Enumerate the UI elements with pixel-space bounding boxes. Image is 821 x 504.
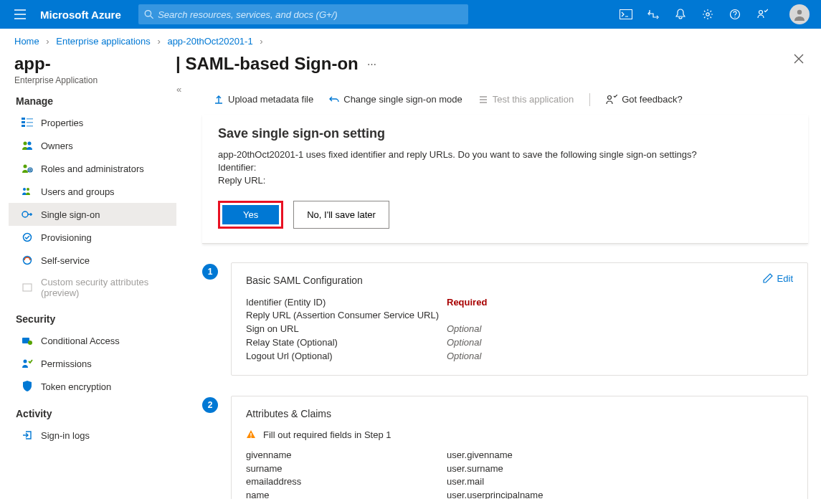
search-input[interactable] (158, 9, 462, 20)
sidebar-item-label: Token encryption (41, 381, 111, 392)
user-avatar[interactable] (789, 4, 810, 24)
sidebar-item-self-service[interactable]: Self-service (9, 249, 176, 272)
sidebar-item-label: Provisioning (41, 232, 92, 243)
feedback-person-icon (606, 95, 617, 105)
sidebar-item-users-groups[interactable]: Users and groups (9, 180, 176, 203)
sidebar-item-label: Properties (41, 118, 83, 128)
sidebar-item-label: Owners (41, 141, 73, 151)
yes-button[interactable]: Yes (222, 205, 279, 224)
sidebar-item-properties[interactable]: Properties (9, 111, 176, 134)
step1-title: Basic SAML Configuration (246, 275, 793, 286)
shield-icon (21, 380, 34, 393)
dialog-text-identifier: Identifier: (218, 161, 792, 174)
main-content: « Upload metadata file Change single sig… (176, 85, 821, 499)
save-later-button[interactable]: No, I'll save later (293, 201, 389, 229)
brand-label[interactable]: Microsoft Azure (40, 9, 121, 21)
svg-rect-12 (27, 122, 33, 123)
svg-rect-23 (23, 284, 32, 291)
svg-line-1 (151, 16, 153, 19)
svg-point-25 (28, 341, 32, 345)
owners-icon (21, 139, 34, 152)
breadcrumb-enterprise-apps[interactable]: Enterprise applications (56, 36, 151, 47)
sidebar-item-signin-logs[interactable]: Sign-in logs (9, 424, 176, 447)
svg-rect-9 (22, 121, 25, 123)
sidebar-item-owners[interactable]: Owners (9, 134, 176, 157)
svg-rect-10 (22, 125, 25, 127)
portal-menu-button[interactable] (6, 9, 34, 19)
attributes-claims-card: Attributes & Claims Fill out required fi… (231, 396, 808, 499)
svg-point-3 (706, 13, 709, 16)
sidebar-item-roles[interactable]: Roles and administrators (9, 157, 176, 180)
upload-metadata-button[interactable]: Upload metadata file (208, 91, 319, 108)
sidebar-item-label: Self-service (41, 255, 90, 266)
sidebar-item-label: Permissions (41, 358, 92, 369)
svg-rect-13 (27, 125, 33, 127)
sidebar-item-label: Roles and administrators (41, 163, 144, 174)
sidebar-item-label: Conditional Access (41, 336, 120, 346)
sidebar-item-label: Sign-in logs (41, 430, 90, 441)
step-badge-2: 2 (202, 397, 218, 413)
sidebar-item-conditional-access[interactable]: Conditional Access (9, 329, 176, 352)
change-mode-button[interactable]: Change single sign-on mode (323, 91, 468, 108)
step-2: 2 Attributes & Claims Fill out required … (202, 396, 808, 499)
yes-button-highlight: Yes (218, 201, 283, 229)
sidebar-item-label: Custom security attributes (preview) (41, 277, 169, 298)
test-icon (478, 95, 488, 105)
toolbar-divider (589, 93, 590, 106)
sidebar-item-sso[interactable]: Single sign-on (9, 203, 176, 226)
more-actions-button[interactable]: ⋯ (367, 59, 376, 70)
provisioning-icon (21, 231, 34, 244)
test-application-button: Test this application (473, 91, 579, 108)
svg-point-7 (797, 10, 802, 14)
sidebar-item-label: Single sign-on (41, 209, 100, 220)
svg-point-27 (608, 95, 612, 99)
cloud-shell-icon[interactable] (619, 7, 633, 22)
settings-icon[interactable] (701, 7, 715, 22)
step2-title: Attributes & Claims (246, 408, 793, 419)
sso-icon (21, 208, 34, 221)
svg-point-18 (23, 188, 26, 191)
save-sso-dialog: Save single sign-on setting app-20thOct2… (202, 115, 808, 244)
warning-icon (246, 429, 256, 439)
sidebar-item-token-encryption[interactable]: Token encryption (9, 375, 176, 398)
svg-rect-8 (22, 118, 25, 120)
feedback-button[interactable]: Got feedback? (600, 91, 688, 108)
page-header: app- Enterprise Application | SAML-based… (0, 51, 821, 85)
svg-rect-29 (250, 437, 251, 437)
conditional-access-icon (21, 334, 34, 347)
properties-icon (21, 116, 34, 129)
svg-point-26 (24, 360, 27, 363)
sidebar-item-label: Users and groups (41, 186, 115, 197)
page-title: | SAML-based Sign-on (176, 54, 359, 74)
chevron-right-icon: › (260, 36, 262, 47)
help-icon[interactable] (728, 7, 742, 22)
collapse-menu-button[interactable]: « (176, 85, 181, 95)
feedback-icon[interactable] (755, 7, 769, 22)
self-service-icon (21, 254, 34, 267)
svg-point-6 (759, 11, 763, 14)
sidebar-section-security: Security (9, 303, 176, 329)
svg-point-15 (28, 142, 32, 146)
sidebar-item-custom-attrs: Custom security attributes (preview) (9, 272, 176, 303)
svg-point-5 (734, 16, 735, 17)
close-blade-button[interactable] (794, 54, 804, 64)
search-box[interactable] (138, 4, 468, 24)
dialog-title: Save single sign-on setting (218, 126, 792, 141)
roles-icon (21, 162, 34, 175)
dialog-text-replyurl: Reply URL: (218, 174, 792, 187)
svg-point-16 (24, 165, 27, 168)
upload-icon (214, 95, 224, 105)
sidebar-item-provisioning[interactable]: Provisioning (9, 226, 176, 249)
step2-warning: Fill out required fields in Step 1 (246, 429, 793, 440)
breadcrumb-app[interactable]: app-20thOct20201-1 (167, 36, 252, 47)
svg-rect-2 (620, 10, 632, 19)
signin-logs-icon (21, 429, 34, 442)
step-1: 1 Basic SAML Configuration Edit Identifi… (202, 262, 808, 376)
directories-icon[interactable] (646, 7, 660, 22)
sidebar-item-permissions[interactable]: Permissions (9, 352, 176, 375)
breadcrumb: Home › Enterprise applications › app-20t… (0, 29, 821, 51)
edit-basic-saml-button[interactable]: Edit (763, 273, 793, 284)
notifications-icon[interactable] (673, 7, 688, 22)
search-icon (144, 9, 153, 19)
breadcrumb-home[interactable]: Home (14, 36, 39, 47)
